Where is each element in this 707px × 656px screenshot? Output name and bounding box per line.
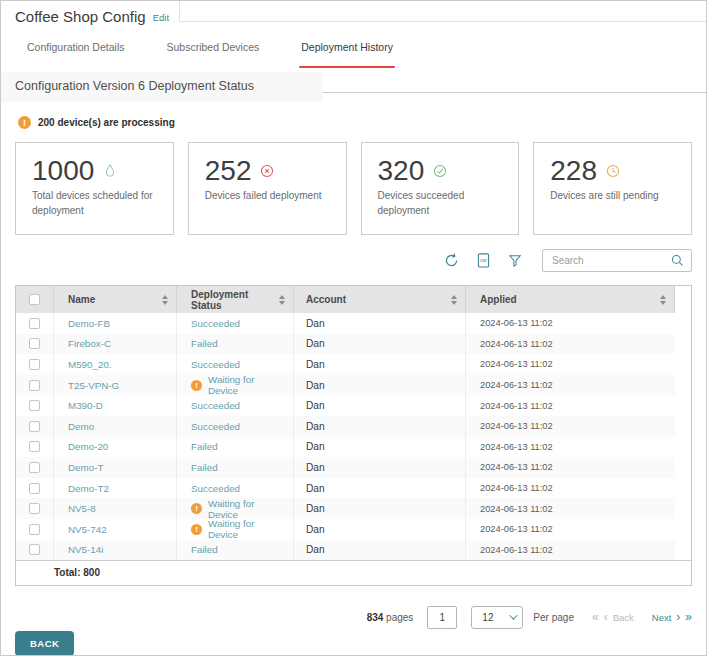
device-name-link[interactable]: NV5-742 [68,524,107,535]
stat-card-succeeded: 320 Devices succeeded deployment [361,142,520,235]
deployment-table: Name Deployment Status Account Applied [15,285,692,586]
account-value: Dan [306,380,325,391]
tab-bar: Configuration Details Subscribed Devices… [1,31,706,61]
row-checkbox[interactable] [29,524,40,535]
back-page-link[interactable]: Back [613,612,634,623]
account-value: Dan [306,338,325,349]
next-page-icon[interactable]: › [676,610,680,624]
deployment-status-link[interactable]: ! Waiting for Device [191,374,285,396]
stat-cards: 1000 Total devices scheduled for deploym… [15,142,692,235]
last-page-icon[interactable]: » [685,610,692,624]
deployment-status-text: Waiting for Device [208,518,285,540]
row-checkbox[interactable] [29,421,40,432]
current-page-input[interactable] [427,606,457,629]
sort-icon[interactable] [158,295,168,305]
device-name-link[interactable]: NV5-14i [68,544,103,555]
table-row: Demo ! Succeeded Dan 2024-06-13 11:02 [16,416,691,437]
filter-icon[interactable] [507,253,523,269]
applied-timestamp: 2024-06-13 11:02 [480,339,553,349]
table-row: Firebox-C ! Failed Dan 2024-06-13 11:02 [16,334,691,355]
deployment-status-text: Succeeded [191,483,240,494]
section-heading: Configuration Version 6 Deployment Statu… [1,72,323,102]
prev-page-icon[interactable]: ‹ [604,610,608,624]
deployment-status-text: Failed [191,462,218,473]
per-page-dropdown[interactable]: 12 [471,606,523,629]
device-name-link[interactable]: M590_20. [68,359,112,370]
deployment-status-link[interactable]: ! Succeeded [191,483,240,494]
applied-timestamp: 2024-06-13 11:02 [480,401,553,411]
select-all-checkbox[interactable] [29,294,40,305]
table-header: Name Deployment Status Account Applied [16,286,691,313]
column-header-status[interactable]: Deployment Status [177,286,294,313]
row-checkbox[interactable] [29,462,40,473]
applied-timestamp: 2024-06-13 11:02 [480,483,553,493]
search-icon[interactable] [670,253,685,268]
sort-icon[interactable] [656,295,666,305]
column-header-name[interactable]: Name [54,286,177,313]
deployment-status-link[interactable]: ! Succeeded [191,400,240,411]
first-page-icon[interactable]: « [592,610,599,624]
row-checkbox[interactable] [29,318,40,329]
tab-deployment-history[interactable]: Deployment History [301,41,393,61]
device-name-link[interactable]: Demo-20 [68,441,108,452]
device-name-link[interactable]: Demo-FB [68,318,110,329]
deployment-status-link[interactable]: ! Waiting for Device [191,498,285,520]
device-name-link[interactable]: M390-D [68,400,103,411]
deployment-status-link[interactable]: ! Waiting for Device [191,518,285,540]
deployment-status-link[interactable]: ! Failed [191,441,218,452]
status-warning-icon: ! [191,380,202,391]
next-page-link[interactable]: Next [652,612,672,623]
column-label-status: Deployment Status [191,289,275,311]
sort-icon[interactable] [447,295,457,305]
tab-subscribed-devices[interactable]: Subscribed Devices [166,41,259,61]
row-checkbox[interactable] [29,544,40,555]
deployment-status-link[interactable]: ! Failed [191,544,218,555]
section-divider [323,72,706,93]
deployment-status-link[interactable]: ! Failed [191,462,218,473]
row-checkbox[interactable] [29,380,40,391]
succeeded-devices-label: Devices succeeded deployment [378,188,505,219]
edit-link[interactable]: Edit [153,9,169,23]
account-value: Dan [306,462,325,473]
succeeded-devices-value: 320 [378,156,425,187]
pager-nav: « ‹ Back Next › » [592,610,692,624]
sort-icon[interactable] [275,295,285,305]
refresh-icon[interactable] [443,252,460,269]
section-heading-row: Configuration Version 6 Deployment Statu… [1,72,706,102]
page-header: Coffee Shop Config Edit [1,1,706,31]
device-name-link[interactable]: Demo [68,421,94,432]
column-header-account[interactable]: Account [294,286,466,313]
applied-timestamp: 2024-06-13 11:02 [480,442,553,452]
device-name-link[interactable]: Firebox-C [68,338,111,349]
failed-circle-icon [259,163,275,179]
row-checkbox[interactable] [29,483,40,494]
column-label-name: Name [68,294,95,305]
row-checkbox[interactable] [29,400,40,411]
deployment-status-text: Failed [191,441,218,452]
device-name-link[interactable]: T25-VPN-G [68,380,119,391]
row-checkbox[interactable] [29,503,40,514]
success-circle-icon [432,163,448,179]
deployment-status-link[interactable]: ! Succeeded [191,421,240,432]
deployment-status-link[interactable]: ! Succeeded [191,318,240,329]
applied-timestamp: 2024-06-13 11:02 [480,380,553,390]
deployment-status-text: Succeeded [191,421,240,432]
export-csv-icon[interactable]: csv [475,252,492,269]
table-row: Demo-T ! Failed Dan 2024-06-13 11:02 [16,457,691,478]
deployment-status-text: Waiting for Device [208,498,285,520]
applied-timestamp: 2024-06-13 11:02 [480,524,553,534]
device-name-link[interactable]: Demo-T2 [68,483,109,494]
row-checkbox[interactable] [29,338,40,349]
back-button[interactable]: BACK [15,631,74,656]
device-name-link[interactable]: Demo-T [68,462,103,473]
row-checkbox[interactable] [29,441,40,452]
column-header-applied[interactable]: Applied [466,286,675,313]
deployment-status-link[interactable]: ! Failed [191,338,218,349]
table-row: Demo-FB ! Succeeded Dan 2024-06-13 11:02 [16,313,691,334]
row-checkbox[interactable] [29,359,40,370]
device-name-link[interactable]: NV5-8 [68,503,96,514]
status-warning-icon: ! [191,503,202,514]
tab-configuration-details[interactable]: Configuration Details [27,41,124,61]
header-divider [179,1,706,22]
deployment-status-link[interactable]: ! Succeeded [191,359,240,370]
